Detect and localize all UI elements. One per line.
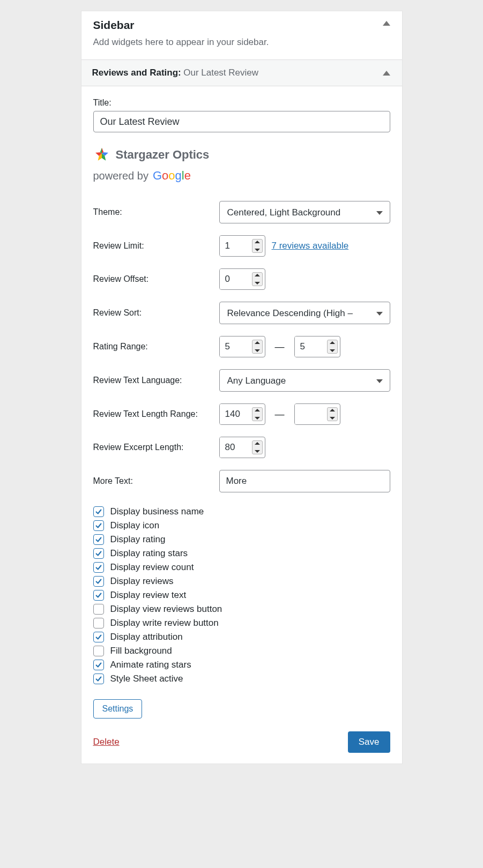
spinner-icon[interactable] [252, 407, 263, 421]
checkbox-row: Style Sheet active [93, 674, 390, 684]
widget-header[interactable]: Reviews and Rating: Our Latest Review [81, 59, 402, 86]
checkbox-row: Display view reviews button [93, 604, 390, 615]
spinner-icon[interactable] [252, 239, 263, 253]
checkbox[interactable] [93, 618, 104, 628]
review-lang-select-wrap: Any Language [219, 369, 390, 392]
widget-body: Title: Stargazer Optics powered by Googl… [81, 86, 402, 764]
theme-label: Theme: [93, 207, 219, 217]
theme-select-wrap: Centered, Light Background [219, 201, 390, 223]
checkbox[interactable] [93, 520, 104, 531]
review-offset-input[interactable] [219, 268, 265, 290]
checkbox-row: Display write review button [93, 618, 390, 628]
checkmark-icon [95, 633, 102, 641]
title-label: Title: [93, 98, 390, 108]
spinner-icon[interactable] [252, 340, 263, 354]
checkbox-label: Style Sheet active [110, 674, 183, 684]
checkbox[interactable] [93, 562, 104, 573]
review-lang-label: Review Text Language: [93, 376, 219, 385]
spinner-icon[interactable] [252, 272, 263, 286]
spinner-icon[interactable] [327, 407, 338, 421]
review-limit-label: Review Limit: [93, 241, 219, 251]
checkbox[interactable] [93, 646, 104, 656]
rating-range-label: Rating Range: [93, 342, 219, 351]
spinner-icon[interactable] [327, 340, 338, 354]
range-dash: — [272, 409, 288, 420]
widget-name: Reviews and Rating: [92, 68, 181, 78]
checkbox[interactable] [93, 632, 104, 642]
checkbox-label: Display attribution [110, 632, 183, 642]
sidebar-title: Sidebar [93, 19, 390, 32]
star-logo-icon [93, 146, 110, 163]
checkbox-row: Display icon [93, 520, 390, 531]
checkbox[interactable] [93, 674, 104, 684]
collapse-sidebar-icon[interactable] [383, 21, 390, 26]
checkbox-label: Display view reviews button [110, 604, 222, 615]
checkbox[interactable] [93, 590, 104, 601]
delete-link[interactable]: Delete [93, 737, 120, 747]
checkbox[interactable] [93, 604, 104, 615]
title-input[interactable] [93, 111, 390, 132]
checkbox-label: Display review count [110, 562, 194, 573]
checkbox-label: Display rating [110, 534, 166, 545]
review-limit-input[interactable] [219, 235, 265, 257]
checkmark-icon [95, 675, 102, 683]
checkbox[interactable] [93, 548, 104, 559]
rating-range-min-input[interactable] [219, 336, 265, 357]
sidebar-panel: Sidebar Add widgets here to appear in yo… [81, 11, 403, 764]
text-len-max-input[interactable] [294, 403, 340, 425]
checkbox-row: Animate rating stars [93, 660, 390, 670]
checkbox-label: Display business name [110, 506, 204, 517]
powered-by-row: powered by Google [93, 169, 390, 183]
excerpt-input[interactable] [219, 437, 265, 458]
review-sort-select-wrap: Relevance Descending (High – [219, 302, 390, 324]
theme-select[interactable]: Centered, Light Background [219, 201, 390, 223]
sidebar-description: Add widgets here to appear in your sideb… [93, 37, 390, 48]
rating-range-max-input[interactable] [294, 336, 340, 357]
range-dash: — [272, 341, 288, 353]
checkmark-icon [95, 578, 102, 585]
review-lang-select[interactable]: Any Language [219, 369, 390, 392]
checkbox-row: Display review text [93, 590, 390, 601]
checkbox-row: Display reviews [93, 576, 390, 587]
text-len-min-input[interactable] [219, 403, 265, 425]
review-offset-label: Review Offset: [93, 274, 219, 284]
checkbox-label: Display icon [110, 520, 160, 531]
settings-button[interactable]: Settings [93, 699, 143, 719]
reviews-available-link[interactable]: 7 reviews available [272, 241, 349, 251]
checkmark-icon [95, 550, 102, 557]
checkbox-label: Display write review button [110, 618, 219, 628]
more-text-input[interactable] [219, 470, 390, 492]
checkbox-row: Display business name [93, 506, 390, 517]
checkmark-icon [95, 508, 102, 515]
checkbox-row: Fill background [93, 646, 390, 656]
review-sort-select[interactable]: Relevance Descending (High – [219, 302, 390, 324]
checkbox[interactable] [93, 576, 104, 587]
widget-footer: Delete Save [93, 731, 390, 753]
checkbox-label: Display reviews [110, 576, 174, 587]
checkmark-icon [95, 661, 102, 669]
spinner-icon[interactable] [252, 440, 263, 454]
widget-instance-name: Our Latest Review [183, 68, 258, 78]
checkmark-icon [95, 536, 102, 543]
sidebar-header: Sidebar Add widgets here to appear in yo… [81, 11, 402, 59]
collapse-widget-icon[interactable] [383, 71, 390, 76]
widget-container: Reviews and Rating: Our Latest Review Ti… [81, 59, 402, 764]
more-text-label: More Text: [93, 476, 219, 486]
checkbox-label: Animate rating stars [110, 660, 191, 670]
checkbox-label: Display rating stars [110, 548, 188, 559]
checkbox-row: Display review count [93, 562, 390, 573]
checkmark-icon [95, 522, 102, 529]
checkbox-row: Display attribution [93, 632, 390, 642]
checkmark-icon [95, 592, 102, 599]
excerpt-label: Review Excerpt Length: [93, 443, 219, 452]
text-len-label: Review Text Length Range: [93, 409, 219, 419]
checkbox[interactable] [93, 660, 104, 670]
checkbox-label: Fill background [110, 646, 172, 656]
checkbox[interactable] [93, 534, 104, 545]
checkbox-label: Display review text [110, 590, 187, 601]
business-name: Stargazer Optics [116, 148, 210, 162]
review-sort-label: Review Sort: [93, 308, 219, 318]
save-button[interactable]: Save [348, 731, 390, 753]
checkbox-list: Display business nameDisplay iconDisplay… [93, 506, 390, 684]
checkbox[interactable] [93, 506, 104, 517]
